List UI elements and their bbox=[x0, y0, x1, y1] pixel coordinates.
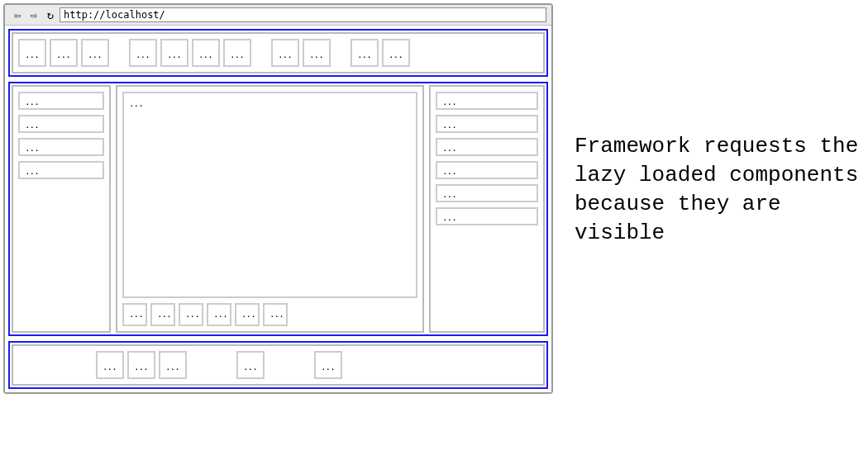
left-sidebar: ............ bbox=[12, 85, 111, 333]
sidebar-item[interactable]: ... bbox=[18, 92, 104, 110]
header-tile[interactable]: ... bbox=[351, 39, 379, 67]
sidebar-item[interactable]: ... bbox=[18, 115, 104, 133]
header-tile[interactable]: ... bbox=[18, 39, 46, 67]
footer-tile[interactable]: ... bbox=[236, 351, 265, 379]
pager-tile[interactable]: ... bbox=[207, 303, 231, 326]
right-sidebar: .................. bbox=[429, 85, 545, 333]
footer-tile[interactable]: ... bbox=[127, 351, 155, 379]
right-sidebar-item[interactable]: ... bbox=[436, 138, 538, 156]
pager-tile[interactable]: ... bbox=[263, 303, 288, 326]
right-sidebar-item[interactable]: ... bbox=[436, 184, 538, 202]
right-sidebar-item[interactable]: ... bbox=[436, 92, 538, 110]
pager-tile[interactable]: ... bbox=[179, 303, 203, 326]
right-sidebar-item[interactable]: ... bbox=[436, 207, 538, 225]
footer-tile[interactable]: ... bbox=[96, 351, 124, 379]
lazy-region-footer: ............... bbox=[8, 341, 548, 389]
footer-cluster: ......... bbox=[96, 351, 187, 379]
header-tile[interactable]: ... bbox=[192, 39, 220, 67]
forward-icon[interactable]: ⇨ bbox=[26, 7, 41, 22]
footer-container: ............... bbox=[12, 344, 545, 386]
header-group: ...... bbox=[351, 39, 410, 67]
footer-cluster: ... bbox=[236, 351, 265, 379]
header-group: ......... bbox=[18, 39, 109, 67]
header-group: ............ bbox=[129, 39, 251, 67]
header-tile[interactable]: ... bbox=[50, 39, 78, 67]
header-container: ................................. bbox=[12, 32, 545, 73]
header-tile[interactable]: ... bbox=[223, 39, 251, 67]
pager-tile[interactable]: ... bbox=[150, 303, 175, 326]
page-viewport: ................................. ......… bbox=[5, 26, 551, 392]
header-tile[interactable]: ... bbox=[271, 39, 299, 67]
right-sidebar-item[interactable]: ... bbox=[436, 161, 538, 179]
header-group: ...... bbox=[271, 39, 331, 67]
header-tile[interactable]: ... bbox=[160, 39, 188, 67]
sidebar-item[interactable]: ... bbox=[18, 138, 104, 156]
lazy-region-header: ................................. bbox=[8, 29, 548, 77]
url-bar[interactable]: http://localhost/ bbox=[60, 7, 546, 22]
sidebar-item[interactable]: ... bbox=[18, 161, 104, 179]
main-area: ... .................. bbox=[116, 85, 424, 333]
right-sidebar-item[interactable]: ... bbox=[436, 115, 538, 133]
browser-window: ⇦ ⇨ ↻ http://localhost/ ................… bbox=[3, 3, 553, 394]
reload-icon[interactable]: ↻ bbox=[43, 7, 58, 22]
header-tile[interactable]: ... bbox=[382, 39, 410, 67]
pager-tile[interactable]: ... bbox=[235, 303, 260, 326]
main-content-placeholder: ... bbox=[122, 92, 417, 298]
diagram-caption: Framework requests the lazy loaded compo… bbox=[553, 0, 868, 248]
main-pager: .................. bbox=[122, 303, 417, 326]
footer-tile[interactable]: ... bbox=[159, 351, 187, 379]
header-tile[interactable]: ... bbox=[81, 39, 109, 67]
browser-toolbar: ⇦ ⇨ ↻ http://localhost/ bbox=[5, 5, 551, 26]
footer-cluster: ... bbox=[314, 351, 342, 379]
back-icon[interactable]: ⇦ bbox=[10, 7, 25, 22]
header-tile[interactable]: ... bbox=[303, 39, 331, 67]
footer-tile[interactable]: ... bbox=[314, 351, 342, 379]
pager-tile[interactable]: ... bbox=[122, 303, 147, 326]
lazy-region-main: ............ ... .................. ....… bbox=[8, 82, 548, 336]
header-tile[interactable]: ... bbox=[129, 39, 157, 67]
